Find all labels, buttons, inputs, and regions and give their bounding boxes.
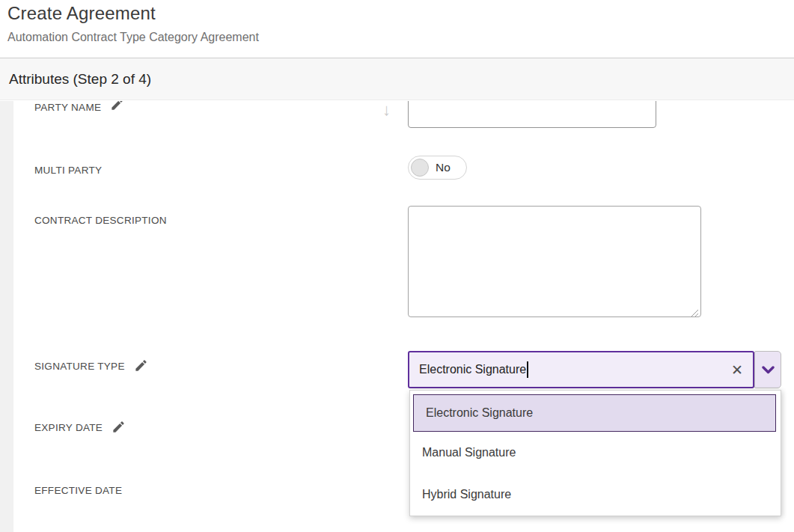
clear-icon[interactable]: ✕ [731, 363, 743, 377]
edit-pencil-icon[interactable] [112, 420, 126, 434]
edit-pencil-icon[interactable] [110, 101, 124, 111]
create-agreement-page: Create Agreement Automation Contract Typ… [0, 0, 794, 532]
expiry-date-label-row: EXPIRY DATE [34, 421, 126, 434]
contract-description-label: CONTRACT DESCRIPTION [34, 215, 167, 226]
left-gutter [0, 101, 13, 532]
page-subtitle: Automation Contract Type Category Agreem… [7, 31, 259, 44]
signature-type-value: Electronic Signature [419, 363, 526, 376]
resize-handle[interactable] [691, 307, 699, 315]
signature-type-label: SIGNATURE TYPE [34, 361, 125, 372]
multi-party-label-row: MULTI PARTY [34, 165, 102, 176]
option-label: Electronic Signature [426, 406, 533, 420]
edit-pencil-icon[interactable] [134, 358, 148, 373]
scroll-down-indicator-icon: ↓ [382, 101, 391, 120]
dropdown-toggle-button[interactable] [754, 351, 781, 388]
multi-party-toggle[interactable]: No [408, 156, 467, 180]
signature-type-dropdown: Electronic Signature Manual Signature Hy… [409, 390, 781, 516]
chevron-down-icon [762, 366, 775, 374]
step-section-bar: Attributes (Step 2 of 4) [0, 58, 794, 100]
page-title: Create Agreement [7, 3, 259, 24]
multi-party-label: MULTI PARTY [34, 165, 102, 176]
expiry-date-label: EXPIRY DATE [34, 422, 103, 433]
signature-type-input[interactable]: Electronic Signature ✕ [408, 351, 754, 388]
dropdown-option-manual-signature[interactable]: Manual Signature [410, 432, 781, 474]
option-label: Hybrid Signature [422, 488, 511, 501]
toggle-value: No [436, 161, 451, 174]
effective-date-label-row: EFFECTIVE DATE [34, 485, 122, 496]
signature-type-label-row: SIGNATURE TYPE [34, 360, 148, 373]
contract-description-textarea[interactable] [408, 206, 701, 317]
effective-date-label: EFFECTIVE DATE [34, 485, 122, 496]
dropdown-option-electronic-signature[interactable]: Electronic Signature [413, 394, 776, 432]
text-caret [527, 361, 528, 378]
step-section-title: Attributes (Step 2 of 4) [9, 71, 151, 88]
page-header: Create Agreement Automation Contract Typ… [7, 3, 259, 44]
party-name-label-row: PARTY NAME [34, 102, 124, 113]
option-label: Manual Signature [422, 446, 516, 459]
contract-description-label-row: CONTRACT DESCRIPTION [34, 215, 167, 226]
party-name-label: PARTY NAME [34, 102, 101, 113]
dropdown-option-hybrid-signature[interactable]: Hybrid Signature [410, 474, 781, 516]
party-name-input[interactable] [408, 101, 656, 128]
form-content: PARTY NAME ↓ MULTI PARTY No CONTRACT DES… [0, 101, 794, 532]
contract-description-wrap [408, 206, 701, 317]
toggle-knob [411, 159, 429, 177]
